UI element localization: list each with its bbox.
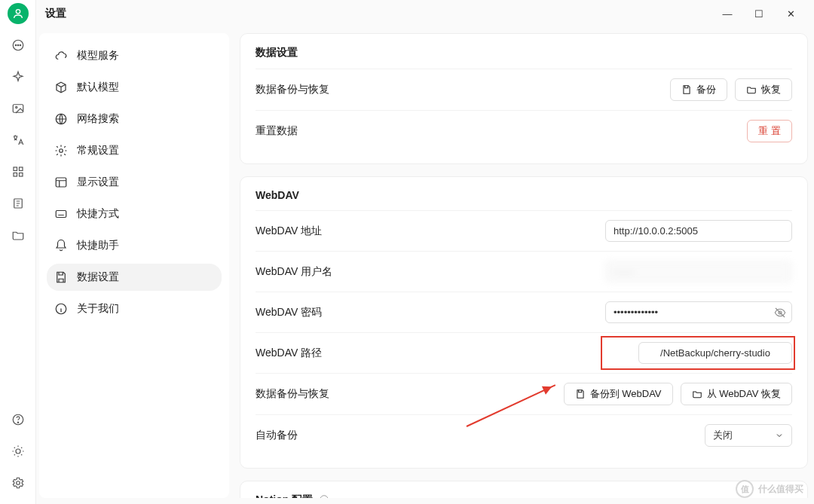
webdav-address-input[interactable] [605,220,792,242]
row-label: WebDAV 用户名 [256,265,332,279]
window-close-button[interactable]: ✕ [782,8,799,20]
svg-rect-8 [19,167,23,171]
row-webdav-path: WebDAV 路径 [256,332,792,373]
row-auto-backup: 自动备份 关闭 [256,414,792,456]
folder-open-icon [746,84,757,95]
globe-icon [54,112,68,126]
svg-rect-10 [19,173,23,177]
backup-button[interactable]: 备份 [670,78,727,101]
toggle-password-icon[interactable] [774,307,786,319]
sidebar-item-default-model[interactable]: 默认模型 [47,74,222,101]
rail-translate-icon[interactable] [8,130,29,151]
row-label: 重置数据 [256,124,298,138]
sidebar-item-display[interactable]: 显示设置 [47,169,222,196]
svg-point-14 [16,449,20,454]
restore-button[interactable]: 恢复 [735,78,792,101]
rail-settings-icon[interactable] [8,472,29,493]
cloud-icon [54,49,68,63]
settings-sidebar: 模型服务 默认模型 网络搜索 常规设置 显示设置 [39,33,229,498]
sidebar-item-data-settings[interactable]: 数据设置 [47,264,222,291]
save-icon [575,389,586,399]
app-rail [0,0,36,504]
rail-help-icon[interactable] [8,409,29,430]
row-label: 自动备份 [256,429,298,442]
svg-rect-18 [56,178,66,187]
rail-theme-icon[interactable] [8,441,29,462]
sidebar-item-label: 网络搜索 [77,112,119,126]
watermark-icon: 值 [736,480,754,498]
page-title: 设置 [45,7,66,20]
sidebar-item-label: 模型服务 [77,49,119,63]
row-backup-restore: 数据备份与恢复 备份 恢复 [256,69,792,110]
row-label: 数据备份与恢复 [256,83,329,96]
webdav-username-input[interactable] [605,261,792,283]
sidebar-item-label: 关于我们 [77,302,119,316]
info-icon [54,302,68,316]
svg-rect-19 [56,211,66,218]
svg-point-2 [15,44,17,46]
row-webdav-address: WebDAV 地址 [256,210,792,251]
auto-backup-select[interactable]: 关闭 [705,424,792,447]
gear-icon [54,144,68,157]
keyboard-icon [54,207,68,221]
disk-icon [54,270,68,284]
sidebar-item-label: 默认模型 [77,81,119,94]
sidebar-item-label: 快捷方式 [77,207,119,221]
svg-point-17 [60,149,63,153]
row-reset-data: 重置数据 重 置 [256,110,792,151]
panel-data-settings: 数据设置 数据备份与恢复 备份 恢复 [240,33,808,164]
chevron-down-icon [775,431,784,440]
rail-files-icon[interactable] [8,193,29,214]
rail-apps-icon[interactable] [8,161,29,182]
layout-icon [54,176,68,189]
panel-webdav: WebDAV WebDAV 地址 WebDAV 用户名 [240,176,808,469]
bell-icon [54,239,68,252]
panel-title: WebDAV [256,189,792,201]
sidebar-item-about[interactable]: 关于我们 [47,295,222,322]
row-label: WebDAV 地址 [256,225,322,238]
svg-point-15 [16,481,20,485]
sidebar-item-label: 常规设置 [77,144,119,157]
sidebar-item-general[interactable]: 常规设置 [47,137,222,164]
row-label: WebDAV 密码 [256,306,322,319]
sidebar-item-label: 数据设置 [77,270,119,284]
svg-point-6 [15,106,17,108]
sidebar-item-shortcut[interactable]: 快捷方式 [47,200,222,228]
watermark: 值 什么值得买 [736,480,803,498]
panel-notion: Notion 配置 [240,481,808,498]
svg-point-3 [17,44,19,46]
save-icon [681,84,692,95]
sidebar-item-label: 快捷助手 [77,239,119,252]
webdav-path-input[interactable] [638,342,792,364]
rail-sparkle-icon[interactable] [8,66,29,87]
rail-chat-icon[interactable] [8,35,29,56]
window-maximize-button[interactable]: ☐ [751,8,767,20]
reset-button[interactable]: 重 置 [747,120,792,142]
sidebar-item-label: 显示设置 [77,176,119,189]
sidebar-item-model-service[interactable]: 模型服务 [47,42,222,69]
svg-rect-7 [14,167,17,171]
svg-point-4 [20,44,21,46]
rail-folder-icon[interactable] [8,225,29,246]
restore-from-webdav-button[interactable]: 从 WebDAV 恢复 [681,383,792,405]
row-webdav-username: WebDAV 用户名 [256,251,792,292]
panel-title: 数据设置 [256,46,792,60]
backup-to-webdav-button[interactable]: 备份到 WebDAV [564,383,673,405]
info-icon[interactable] [319,494,329,498]
sidebar-item-quick-assistant[interactable]: 快捷助手 [47,232,222,259]
rail-image-icon[interactable] [8,98,29,119]
sidebar-item-web-search[interactable]: 网络搜索 [47,105,222,133]
cube-icon [54,81,68,94]
avatar[interactable] [8,3,29,24]
row-webdav-backup-restore: 数据备份与恢复 备份到 WebDAV 从 WebDAV 恢复 [256,373,792,414]
svg-point-0 [16,10,20,14]
webdav-password-input[interactable] [605,301,792,323]
row-label: 数据备份与恢复 [256,387,329,401]
folder-open-icon [692,389,702,399]
titlebar: 设置 — ☐ ✕ [36,0,814,27]
row-label: WebDAV 路径 [256,347,322,360]
window-minimize-button[interactable]: — [719,8,736,20]
svg-point-13 [17,422,18,423]
annotation-highlight [638,342,792,364]
row-webdav-password: WebDAV 密码 [256,292,792,332]
